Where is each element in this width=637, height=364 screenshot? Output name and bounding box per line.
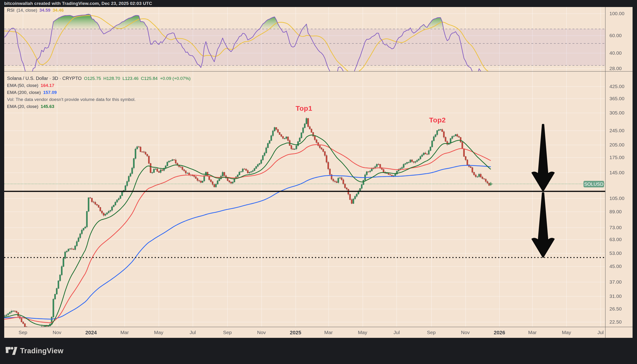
- annotation-top1[interactable]: Top1: [288, 104, 320, 112]
- ohlc-close: C125.84: [141, 75, 158, 82]
- symbol-legend: Solana / U.S. Dollar · 3D · CRYPTO O125.…: [7, 75, 191, 110]
- rsi-value: 34.59: [39, 8, 50, 13]
- price-axis[interactable]: USD 125.84 21:56:25 114.70 50.23 100.006…: [605, 7, 632, 338]
- rsi-indicator-params: (14, close): [16, 8, 38, 13]
- time-label: Mar: [114, 330, 135, 335]
- time-label: May: [148, 330, 169, 335]
- price-tick: 89.00: [610, 209, 622, 214]
- symbol-title: Solana / U.S. Dollar · 3D · CRYPTO: [7, 75, 82, 82]
- price-tick: 63.00: [610, 237, 622, 242]
- candlestick-chart-canvas[interactable]: [0, 0, 637, 364]
- price-tick: 45.00: [610, 264, 622, 269]
- time-label: Nov: [46, 330, 68, 335]
- time-label: Jul: [182, 330, 203, 335]
- ema200-legend-row[interactable]: EMA (200, close) 157.09: [7, 89, 191, 96]
- tradingview-logo-text: TradingView: [20, 347, 63, 355]
- tradingview-logo-icon: [6, 347, 17, 355]
- ohlc-open: O125.75: [84, 75, 101, 82]
- price-tick: 60.00: [610, 33, 622, 38]
- time-label: Mar: [318, 330, 339, 335]
- price-tick: 31.00: [610, 294, 622, 299]
- time-label: Sep: [12, 330, 34, 335]
- price-tick: 37.00: [610, 279, 622, 285]
- price-tick: 40.00: [610, 50, 622, 56]
- ema20-label: EMA (20, close): [7, 103, 38, 110]
- price-tick: 245.00: [610, 128, 624, 134]
- price-tick: 22.50: [610, 319, 622, 325]
- price-tick: 205.00: [610, 142, 624, 148]
- price-tick: 100.00: [610, 11, 624, 16]
- time-label: Nov: [455, 330, 476, 335]
- rsi-ma-value: 34.46: [52, 8, 64, 13]
- time-label: Sep: [217, 330, 238, 335]
- credit-text: bitcoinwallah created with TradingView.c…: [4, 1, 152, 6]
- footer-bar: TradingView: [0, 338, 637, 364]
- time-label: Sep: [421, 330, 442, 335]
- price-tick: 28.00: [610, 66, 622, 71]
- price-tick: 73.00: [610, 225, 622, 230]
- time-label: Mar: [522, 330, 543, 335]
- price-tick: 53.00: [610, 250, 622, 256]
- time-label: 2025: [285, 330, 306, 336]
- price-tick: 365.00: [610, 96, 624, 102]
- time-axis[interactable]: SepNov2024MarMayJulSepNov2025MarMayJulSe…: [4, 327, 605, 338]
- ema200-label: EMA (200, close): [7, 89, 41, 96]
- symbol-price-badge: SOLUSD: [584, 181, 604, 187]
- ema50-value: 164.17: [41, 82, 54, 89]
- time-label: May: [556, 330, 577, 335]
- price-tick: 26.50: [610, 306, 622, 312]
- tradingview-logo[interactable]: TradingView: [6, 347, 63, 355]
- price-tick: 145.00: [610, 170, 624, 176]
- time-label: 2026: [489, 330, 510, 336]
- time-label: May: [352, 330, 373, 335]
- top-bar: bitcoinwallah created with TradingView.c…: [0, 0, 637, 7]
- rsi-legend[interactable]: RSI (14, close) 34.59 34.46: [7, 8, 64, 13]
- time-label: Jul: [590, 330, 611, 335]
- symbol-legend-row[interactable]: Solana / U.S. Dollar · 3D · CRYPTO O125.…: [7, 75, 191, 82]
- tradingview-snapshot: bitcoinwallah created with TradingView.c…: [0, 0, 637, 364]
- rsi-indicator-name: RSI: [7, 8, 14, 13]
- volume-notice-row[interactable]: Vol: The data vendor doesn't provide vol…: [7, 96, 191, 103]
- price-tick: 305.00: [610, 110, 624, 116]
- price-tick: 105.00: [610, 196, 624, 201]
- price-tick: 425.00: [610, 84, 624, 89]
- annotation-top2[interactable]: Top2: [421, 116, 454, 124]
- ema200-value: 157.09: [43, 89, 57, 96]
- price-tick: 175.00: [610, 155, 624, 160]
- ema20-legend-row[interactable]: EMA (20, close) 145.63: [7, 103, 191, 110]
- ohlc-high: H128.70: [103, 75, 120, 82]
- time-label: 2024: [80, 330, 102, 336]
- ema20-value: 145.63: [41, 103, 54, 110]
- price-change: +0.09 (+0.07%): [160, 75, 191, 82]
- symbol-badge-label: SOLUSD: [584, 182, 603, 187]
- time-label: Jul: [386, 330, 407, 335]
- ohlc-low: L123.46: [122, 75, 138, 82]
- ema50-label: EMA (50, close): [7, 82, 38, 89]
- ema50-legend-row[interactable]: EMA (50, close) 164.17: [7, 82, 191, 89]
- volume-notice: Vol: The data vendor doesn't provide vol…: [7, 96, 136, 103]
- time-label: Nov: [251, 330, 272, 335]
